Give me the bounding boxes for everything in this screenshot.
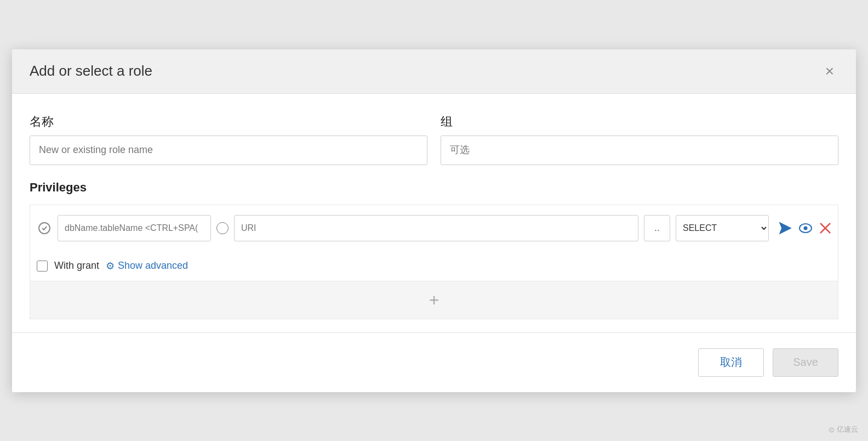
cancel-button[interactable]: 取消 — [698, 348, 764, 377]
eye-icon[interactable] — [798, 222, 813, 235]
with-grant-checkbox[interactable] — [37, 261, 48, 272]
name-label: 名称 — [30, 114, 427, 130]
svg-point-0 — [39, 223, 50, 234]
privilege-name-input[interactable] — [58, 215, 211, 241]
privileges-title: Privileges — [30, 180, 838, 195]
dialog-footer: 取消 Save — [12, 332, 856, 392]
add-role-dialog: Add or select a role × 名称 组 Privileges — [12, 49, 856, 392]
dialog-title: Add or select a role — [30, 63, 152, 80]
group-label: 组 — [441, 114, 838, 130]
svg-point-3 — [804, 226, 808, 230]
privilege-check-icon — [37, 220, 52, 236]
watermark-icon: ⊙ — [829, 426, 835, 434]
show-advanced-link[interactable]: ⚙ Show advanced — [106, 260, 188, 272]
show-advanced-text: Show advanced — [118, 260, 188, 272]
privilege-type-select[interactable]: SELECT INSERT UPDATE DELETE ALL — [676, 215, 769, 241]
add-privilege-icon: + — [429, 291, 439, 309]
privilege-dots-button[interactable]: .. — [644, 215, 670, 241]
close-button[interactable]: × — [821, 61, 838, 81]
save-button[interactable]: Save — [773, 348, 838, 377]
dialog-header: Add or select a role × — [12, 49, 856, 94]
add-privilege-row[interactable]: + — [30, 281, 838, 319]
with-grant-label: With grant — [54, 260, 99, 272]
watermark-text: 亿速云 — [837, 425, 858, 434]
delete-icon[interactable] — [819, 222, 831, 235]
dialog-body: 名称 组 Privileges — [12, 94, 856, 332]
privilege-row: .. SELECT INSERT UPDATE DELETE ALL — [30, 205, 838, 251]
privileges-section: Privileges .. — [30, 180, 838, 319]
send-icon[interactable] — [779, 222, 792, 235]
privilege-actions — [779, 222, 831, 235]
grant-row: With grant ⚙ Show advanced — [30, 251, 838, 281]
privilege-radio[interactable] — [216, 222, 229, 234]
group-input[interactable] — [441, 135, 838, 165]
form-row: 名称 组 — [30, 114, 838, 165]
watermark: ⊙ 亿速云 — [829, 425, 858, 434]
svg-marker-1 — [780, 223, 791, 234]
privilege-uri-input[interactable] — [234, 215, 638, 241]
role-name-input[interactable] — [30, 135, 427, 165]
gear-icon: ⚙ — [106, 260, 115, 272]
name-field-group: 名称 — [30, 114, 441, 165]
group-field-group: 组 — [441, 114, 838, 165]
